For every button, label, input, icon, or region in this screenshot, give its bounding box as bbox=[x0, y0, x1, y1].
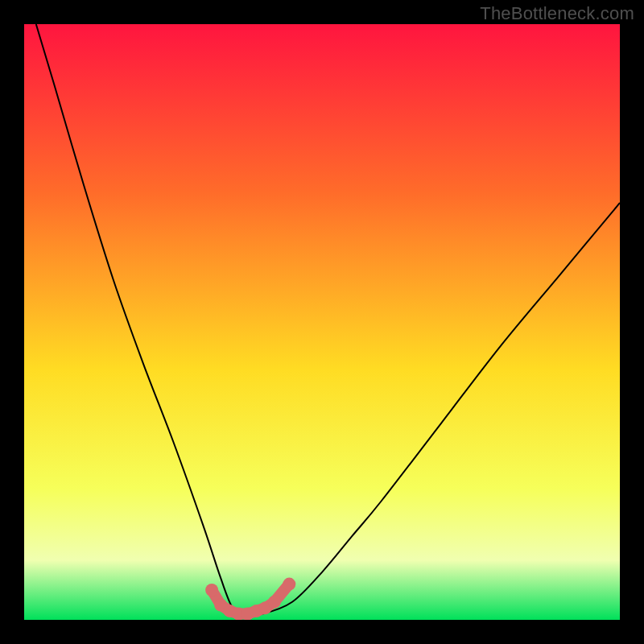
trough-marker bbox=[283, 578, 295, 591]
trough-marker bbox=[268, 596, 281, 609]
trough-marker bbox=[205, 584, 218, 597]
plot-area bbox=[24, 24, 620, 620]
gradient-background bbox=[24, 24, 620, 620]
bottleneck-chart bbox=[24, 24, 620, 620]
watermark-text: TheBottleneck.com bbox=[480, 3, 634, 24]
chart-frame: TheBottleneck.com bbox=[0, 0, 644, 644]
